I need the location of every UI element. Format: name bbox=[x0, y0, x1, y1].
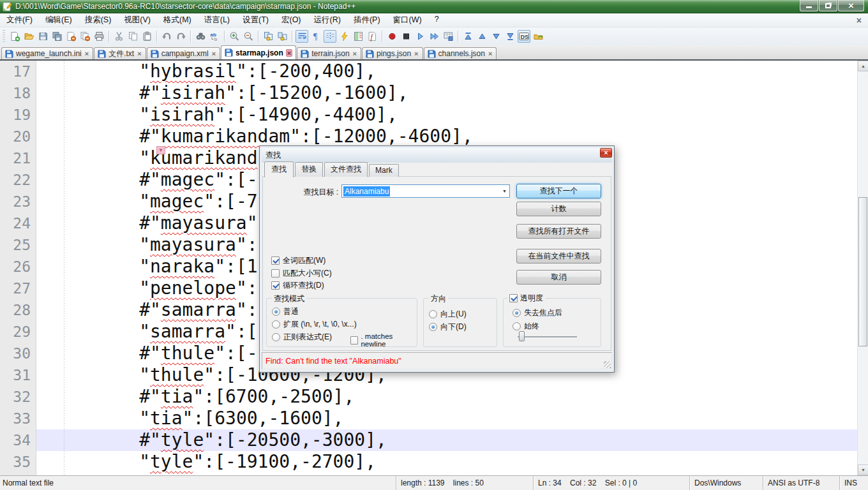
find-dialog-button-0[interactable]: 查找下一个 bbox=[516, 184, 601, 198]
file-tab-5[interactable]: pings.json× bbox=[362, 47, 423, 59]
slider-thumb[interactable] bbox=[519, 331, 525, 341]
radio-icon[interactable] bbox=[429, 323, 437, 331]
close-all-icon[interactable] bbox=[79, 30, 91, 43]
file-tab-3[interactable]: starmap.json× bbox=[221, 45, 296, 59]
tab-close-icon[interactable]: × bbox=[137, 50, 142, 57]
matches-newline-checkbox[interactable]: . matches newline bbox=[350, 332, 417, 348]
menu-item-9[interactable]: 插件(P) bbox=[347, 13, 387, 27]
tab-close-icon[interactable]: × bbox=[211, 50, 216, 57]
direction-radio-1[interactable]: 向下(D) bbox=[429, 322, 467, 332]
open-file-icon[interactable] bbox=[22, 30, 35, 43]
tab-close-icon[interactable]: × bbox=[488, 50, 493, 57]
undo-icon[interactable] bbox=[160, 30, 173, 43]
close-file-icon[interactable] bbox=[64, 30, 77, 43]
cut-icon[interactable] bbox=[112, 30, 125, 43]
find-option-2[interactable]: 循环查找(D) bbox=[271, 281, 324, 290]
find-dialog[interactable]: 查找 × 查找替换文件查找Mark 查找目标 : Alkanamiabu ▼ 查… bbox=[259, 145, 615, 373]
zoom-out-icon[interactable] bbox=[242, 30, 255, 43]
radio-icon[interactable] bbox=[272, 308, 280, 316]
paste-icon[interactable] bbox=[140, 30, 153, 43]
restore-button[interactable] bbox=[819, 0, 837, 11]
word-wrap-icon[interactable] bbox=[296, 30, 308, 43]
checkbox-icon[interactable] bbox=[509, 294, 518, 302]
new-file-icon[interactable] bbox=[8, 30, 21, 43]
menu-item-7[interactable]: 宏(O) bbox=[275, 13, 308, 27]
radio-icon[interactable] bbox=[513, 309, 521, 317]
macro-run-multiple-icon[interactable] bbox=[428, 30, 440, 43]
find-dialog-close-button[interactable]: × bbox=[600, 148, 612, 158]
menu-item-3[interactable]: 视图(V) bbox=[117, 13, 157, 27]
tab-close-icon[interactable]: × bbox=[84, 50, 89, 57]
file-tab-4[interactable]: terrain.json× bbox=[297, 47, 361, 59]
status-encoding[interactable]: ANSI as UTF-8 bbox=[763, 476, 839, 490]
last-tab-icon[interactable] bbox=[504, 30, 516, 43]
find-dialog-tab-3[interactable]: Mark bbox=[369, 164, 399, 177]
menu-item-1[interactable]: 编辑(E) bbox=[39, 13, 79, 27]
toolbar-grip[interactable] bbox=[3, 30, 5, 43]
transparency-radio-0[interactable]: 失去焦点后 bbox=[513, 308, 562, 318]
scroll-down-icon[interactable]: ▼ bbox=[858, 464, 868, 475]
sync-horizontal-icon[interactable] bbox=[276, 30, 288, 43]
macro-play-icon[interactable] bbox=[414, 30, 426, 43]
find-option-0[interactable]: 全词匹配(W) bbox=[271, 256, 326, 265]
checkbox-icon[interactable] bbox=[271, 281, 280, 290]
radio-icon[interactable] bbox=[513, 322, 521, 330]
vertical-scrollbar[interactable]: ▲ ▼ bbox=[857, 61, 868, 475]
find-dialog-tab-1[interactable]: 替换 bbox=[295, 162, 323, 177]
transparency-radio-1[interactable]: 始终 bbox=[513, 322, 539, 331]
find-dialog-button-3[interactable]: 在当前文件中查找 bbox=[516, 249, 601, 264]
file-tab-1[interactable]: 文件.txt× bbox=[94, 47, 146, 59]
status-eol-format[interactable]: Dos\Windows bbox=[689, 476, 763, 490]
function-completion-icon[interactable] bbox=[338, 30, 350, 43]
macro-record-icon[interactable] bbox=[385, 30, 398, 43]
monitoring-icon[interactable] bbox=[532, 30, 544, 43]
macro-save-icon[interactable] bbox=[442, 30, 454, 43]
file-tab-6[interactable]: channels.json× bbox=[424, 47, 497, 59]
find-target-combobox[interactable]: Alkanamiabu ▼ bbox=[341, 184, 510, 198]
resize-grip-icon[interactable] bbox=[604, 361, 611, 368]
scroll-up-icon[interactable]: ▲ bbox=[858, 61, 868, 71]
macro-stop-icon[interactable] bbox=[400, 30, 412, 43]
combo-dropdown-icon[interactable]: ▼ bbox=[502, 189, 507, 193]
previous-tab-icon[interactable] bbox=[475, 30, 488, 43]
find-dialog-titlebar[interactable]: 查找 bbox=[262, 148, 612, 163]
find-dialog-button-2[interactable]: 查找所有打开文件 bbox=[516, 224, 601, 239]
indent-guide-icon[interactable] bbox=[324, 30, 336, 43]
show-all-characters-icon[interactable]: ¶ bbox=[310, 30, 322, 43]
search-mode-radio-2[interactable]: 正则表达式(E) bbox=[272, 332, 332, 342]
print-icon[interactable] bbox=[93, 30, 105, 43]
direction-radio-0[interactable]: 向上(U) bbox=[429, 309, 467, 319]
menu-item-8[interactable]: 运行(R) bbox=[308, 13, 347, 27]
radio-icon[interactable] bbox=[429, 310, 437, 318]
menu-item-5[interactable]: 语言(L) bbox=[198, 13, 236, 27]
replace-icon[interactable]: abb bbox=[208, 30, 221, 43]
checkbox-icon[interactable] bbox=[271, 269, 280, 278]
search-mode-radio-1[interactable]: 扩展 (\n, \r, \t, \0, \x...) bbox=[272, 320, 357, 329]
checkbox-icon[interactable] bbox=[271, 256, 280, 265]
menu-item-6[interactable]: 设置(T) bbox=[236, 13, 275, 27]
save-icon[interactable] bbox=[36, 30, 49, 43]
menu-item-2[interactable]: 搜索(S) bbox=[79, 13, 118, 27]
find-dialog-button-4[interactable]: 取消 bbox=[516, 270, 601, 285]
document-close-icon[interactable]: × bbox=[857, 15, 862, 26]
find-icon[interactable] bbox=[194, 30, 207, 43]
find-dialog-tab-2[interactable]: 文件查找 bbox=[324, 162, 368, 177]
minimize-button[interactable] bbox=[800, 0, 818, 11]
menu-item-0[interactable]: 文件(F) bbox=[0, 13, 39, 27]
radio-icon[interactable] bbox=[272, 320, 280, 329]
radio-icon[interactable] bbox=[272, 333, 280, 341]
close-button[interactable]: × bbox=[838, 0, 864, 11]
find-dialog-button-1[interactable]: 计数 bbox=[516, 202, 601, 216]
scrollbar-thumb[interactable] bbox=[858, 197, 867, 346]
menu-item-4[interactable]: 格式(M) bbox=[157, 13, 198, 27]
tab-close-icon[interactable]: × bbox=[286, 49, 292, 57]
sync-vertical-icon[interactable] bbox=[262, 30, 274, 43]
first-tab-icon[interactable] bbox=[461, 30, 474, 43]
zoom-in-icon[interactable] bbox=[228, 30, 241, 43]
find-option-1[interactable]: 匹配大小写(C) bbox=[271, 269, 332, 278]
file-tab-0[interactable]: wegame_launch.ini× bbox=[1, 47, 93, 59]
transparency-checkbox[interactable]: 透明度 bbox=[507, 293, 545, 304]
menu-item-10[interactable]: 窗口(W) bbox=[387, 13, 428, 27]
redo-icon[interactable] bbox=[174, 30, 187, 43]
function-list-icon[interactable]: f bbox=[366, 30, 378, 43]
